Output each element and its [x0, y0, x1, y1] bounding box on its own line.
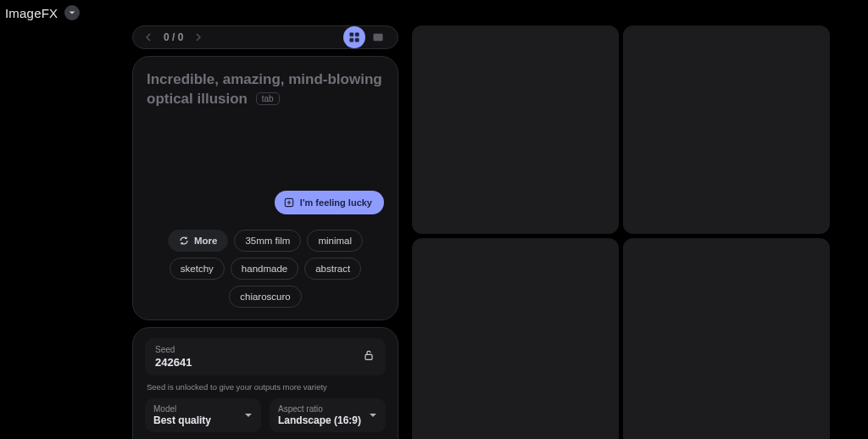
seed-lock-toggle[interactable] [362, 348, 376, 362]
arrow-right-icon [192, 31, 205, 44]
output-slot[interactable] [623, 25, 830, 234]
lucky-label: I'm feeling lucky [300, 197, 372, 208]
prompt-card: Incredible, amazing, mind-blowing optica… [132, 56, 398, 320]
model-label: Model [153, 404, 211, 414]
app-switcher-dropdown[interactable] [64, 5, 80, 20]
output-grid [412, 25, 868, 439]
output-slot[interactable] [623, 238, 830, 439]
seed-value: 242641 [155, 356, 192, 369]
model-value: Best quality [153, 414, 211, 426]
style-chip[interactable]: sketchy [170, 258, 225, 280]
svg-rect-3 [355, 38, 359, 42]
output-slot[interactable] [412, 238, 619, 439]
model-select[interactable]: Model Best quality [145, 398, 261, 432]
more-chip[interactable]: More [168, 230, 228, 252]
history-nav-pill: 0 / 0 [132, 25, 398, 49]
image-icon [372, 31, 384, 43]
svg-rect-4 [374, 34, 383, 41]
sparkle-icon [283, 197, 295, 208]
next-button[interactable] [192, 31, 205, 44]
style-chip[interactable]: handmade [231, 258, 298, 280]
chevron-down-icon [244, 411, 253, 420]
aspect-value: Landscape (16:9) [278, 414, 361, 426]
aspect-ratio-select[interactable]: Aspect ratio Landscape (16:9) [270, 398, 386, 432]
arrow-left-icon [142, 31, 155, 44]
style-chip[interactable]: abstract [304, 258, 361, 280]
im-feeling-lucky-button[interactable]: I'm feeling lucky [275, 191, 384, 214]
prev-button[interactable] [142, 31, 155, 44]
svg-rect-0 [350, 33, 353, 36]
single-view-button[interactable] [367, 26, 389, 48]
output-slot[interactable] [412, 25, 619, 234]
grid-view-button[interactable] [343, 26, 365, 48]
settings-card: Seed 242641 Seed is unlocked to give you… [132, 327, 398, 439]
app-title: ImageFX [5, 6, 58, 20]
seed-note: Seed is unlocked to give your outputs mo… [145, 382, 386, 392]
tab-hint-badge: tab [256, 92, 280, 105]
seed-label: Seed [155, 345, 192, 354]
svg-rect-6 [365, 354, 372, 359]
aspect-label: Aspect ratio [278, 404, 361, 414]
chevron-down-icon [69, 9, 75, 16]
style-chips-row: More 35mm film minimal sketchy handmade … [147, 230, 384, 308]
style-chip[interactable]: 35mm film [234, 230, 301, 252]
svg-rect-2 [350, 38, 353, 42]
seed-field[interactable]: Seed 242641 [145, 338, 386, 375]
svg-rect-1 [355, 33, 359, 36]
grid-icon [348, 31, 360, 43]
style-chip[interactable]: chiaroscuro [229, 286, 301, 308]
refresh-icon [179, 236, 189, 246]
chevron-down-icon [369, 411, 377, 420]
style-chip[interactable]: minimal [307, 230, 363, 252]
page-counter: 0 / 0 [164, 31, 183, 43]
unlock-icon [362, 348, 376, 362]
